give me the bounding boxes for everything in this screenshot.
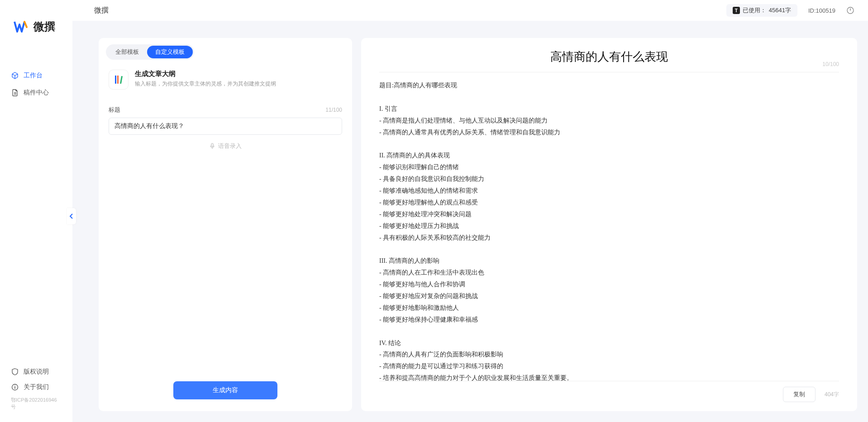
usage-pill[interactable]: T 已使用： 45641字 [726,4,797,17]
sidebar-item-copyright[interactable]: 版权说明 [0,364,72,379]
nav: 工作台 稿件中心 [0,49,72,364]
generate-button[interactable]: 生成内容 [173,381,277,399]
page-title: 微撰 [94,6,109,15]
template-title: 生成文章大纲 [135,70,276,78]
topbar: 微撰 T 已使用： 45641字 ID:100519 [72,0,868,21]
result-title-row: 高情商的人有什么表现 10/100 [379,49,839,72]
shield-icon [11,368,19,376]
left-panel: 全部模板 自定义模板 生成文章大纲 输入标题，为你提供文章主体的灵感，并为其创建… [99,38,352,411]
tabs-row: 全部模板 自定义模板 [99,38,352,63]
tab-custom-templates[interactable]: 自定义模板 [147,46,193,58]
sidebar-item-drafts[interactable]: 稿件中心 [0,84,72,101]
logo-icon [13,18,30,35]
template-info: 生成文章大纲 输入标题，为你提供文章主体的灵感，并为其创建推文提纲 [135,70,276,88]
copy-button[interactable]: 复制 [783,387,816,402]
nav-label: 工作台 [24,71,43,80]
sidebar-item-workspace[interactable]: 工作台 [0,67,72,84]
topbar-right: T 已使用： 45641字 ID:100519 [726,4,854,17]
usage-label: 已使用： [743,6,766,14]
nav-label: 稿件中心 [24,89,49,97]
voice-hint-label: 语音录入 [218,142,242,150]
title-input[interactable] [109,118,342,135]
generate-button-wrap: 生成内容 [99,373,352,411]
sidebar-item-about[interactable]: 关于我们 [0,379,72,395]
main: 全部模板 自定义模板 生成文章大纲 输入标题，为你提供文章主体的灵感，并为其创建… [72,21,868,422]
template-desc: 输入标题，为你提供文章主体的灵感，并为其创建推文提纲 [135,80,276,88]
template-card: 生成文章大纲 输入标题，为你提供文章主体的灵感，并为其创建推文提纲 [99,63,352,98]
voice-input-button[interactable]: 语音录入 [109,135,342,157]
result-title[interactable]: 高情商的人有什么表现 [550,49,668,65]
tab-all-templates[interactable]: 全部模板 [107,46,147,58]
logo-text: 微撰 [33,19,55,34]
info-icon [11,383,19,391]
usage-value: 45641字 [769,6,791,14]
title-field-count: 11/100 [325,107,342,113]
power-icon[interactable] [846,6,854,14]
tabs: 全部模板 自定义模板 [106,44,194,60]
footer-label: 关于我们 [24,383,49,391]
sidebar: 微撰 工作台 稿件中心 版权说明 关于我们 鄂ICP备2 [0,0,72,422]
mic-icon [209,143,215,149]
result-footer: 复制 404字 [379,381,839,402]
cube-icon [11,71,19,80]
sidebar-footer: 版权说明 关于我们 鄂ICP备2022016946号 [0,364,72,422]
field-label-row: 标题 11/100 [109,106,342,114]
svg-rect-2 [211,143,213,147]
result-title-count: 10/100 [822,61,839,67]
result-word-count: 404字 [825,391,839,398]
doc-icon [11,89,19,97]
result-body[interactable]: 题目:高情商的人有哪些表现 I. 引言 - 高情商是指人们处理情绪、与他人互动以… [379,80,839,381]
template-icon [109,70,129,90]
footer-label: 版权说明 [24,368,49,376]
right-panel: 高情商的人有什么表现 10/100 题目:高情商的人有哪些表现 I. 引言 - … [361,38,857,411]
t-badge-icon: T [733,7,740,14]
form-section: 标题 11/100 语音录入 [99,98,352,373]
icp-text: 鄂ICP备2022016946号 [0,395,72,414]
user-id: ID:100519 [808,7,835,14]
logo[interactable]: 微撰 [0,14,72,49]
title-field-label: 标题 [109,106,120,114]
